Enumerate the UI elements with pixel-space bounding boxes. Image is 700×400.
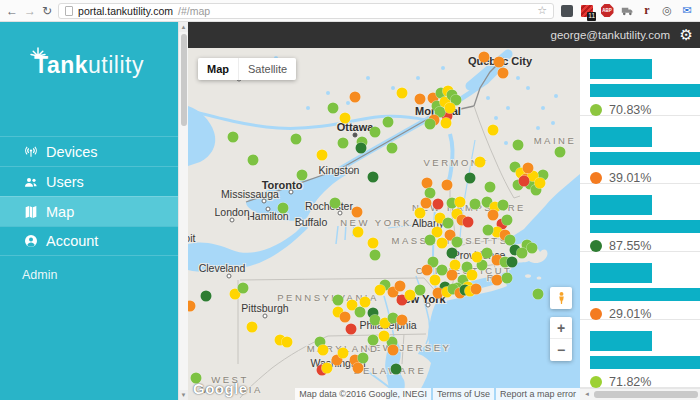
device-dot[interactable] xyxy=(247,322,258,333)
device-dot[interactable] xyxy=(356,143,367,154)
device-dot[interactable] xyxy=(483,225,494,236)
truck-icon[interactable] xyxy=(620,4,634,18)
device-dot[interactable] xyxy=(328,103,339,114)
device-dot[interactable] xyxy=(375,285,386,296)
hscrollbar-thumb[interactable] xyxy=(594,391,698,398)
device-dot[interactable] xyxy=(488,210,499,221)
device-dot[interactable] xyxy=(388,345,399,356)
device-dot[interactable] xyxy=(383,117,394,128)
scroll-down-arrow-icon[interactable]: ▼ xyxy=(179,390,188,400)
gear-icon[interactable]: ⚙ xyxy=(680,22,693,48)
device-dot[interactable] xyxy=(488,125,499,136)
device-dot[interactable] xyxy=(368,335,379,346)
device-dot[interactable] xyxy=(475,157,486,168)
scroll-left-arrow-icon[interactable]: ◄ xyxy=(582,389,592,400)
device-dot[interactable] xyxy=(395,281,406,292)
device-dot[interactable] xyxy=(317,150,328,161)
device-dot[interactable] xyxy=(470,199,481,210)
device-dot[interactable] xyxy=(517,248,528,259)
device-dot[interactable] xyxy=(527,243,538,254)
device-dot[interactable] xyxy=(350,92,361,103)
device-dot[interactable] xyxy=(415,94,426,105)
device-dot[interactable] xyxy=(425,119,436,130)
device-dot[interactable] xyxy=(188,301,196,312)
zoom-out-button[interactable]: − xyxy=(550,339,572,361)
device-dot[interactable] xyxy=(445,103,456,114)
device-dot[interactable] xyxy=(238,283,249,294)
device-list-item[interactable]: 71.82% xyxy=(580,320,700,388)
device-dot[interactable] xyxy=(352,207,363,218)
address-bar[interactable]: portal.tankutility.com/#/map ☆ xyxy=(58,3,554,19)
map-type-satellite-button[interactable]: Satellite xyxy=(238,58,296,80)
device-dot[interactable] xyxy=(479,52,490,63)
mail-icon[interactable]: ✉ xyxy=(680,4,694,18)
device-dot[interactable] xyxy=(370,127,381,138)
horizontal-scrollbar[interactable]: ◄ xyxy=(580,388,700,400)
device-dot[interactable] xyxy=(330,198,341,209)
device-dot[interactable] xyxy=(422,265,433,276)
device-dot[interactable] xyxy=(346,324,357,335)
device-dot[interactable] xyxy=(368,238,379,249)
sidebar-item-devices[interactable]: Devices xyxy=(0,136,178,166)
device-dot[interactable] xyxy=(228,132,239,143)
device-dot[interactable] xyxy=(397,315,408,326)
device-dot[interactable] xyxy=(397,88,408,99)
terms-of-use-link[interactable]: Terms of Use xyxy=(433,388,494,400)
vertical-scrollbar[interactable]: ▲ ▼ xyxy=(178,22,188,400)
sidebar-item-account[interactable]: Account xyxy=(0,226,178,256)
device-dot[interactable] xyxy=(447,270,458,281)
device-dot[interactable] xyxy=(443,218,454,229)
zoom-in-button[interactable]: + xyxy=(550,317,572,339)
google-logo[interactable]: Google xyxy=(193,380,248,397)
target-icon[interactable]: ◎ xyxy=(660,4,674,18)
device-dot[interactable] xyxy=(513,140,524,151)
device-list-item[interactable]: 39.01% xyxy=(580,116,700,184)
device-dot[interactable] xyxy=(248,155,259,166)
device-dot[interactable] xyxy=(340,113,351,124)
device-dot[interactable] xyxy=(519,176,530,187)
sidebar-item-users[interactable]: Users xyxy=(0,166,178,196)
device-dot[interactable] xyxy=(201,291,212,302)
device-dot[interactable] xyxy=(278,203,289,214)
sidebar-item-admin[interactable]: Admin xyxy=(0,262,178,288)
device-dot[interactable] xyxy=(485,182,496,193)
street-view-pegman-button[interactable] xyxy=(550,287,572,309)
device-dot[interactable] xyxy=(282,337,293,348)
device-dot[interactable] xyxy=(452,237,463,248)
device-list-item[interactable]: 70.83% xyxy=(580,48,700,116)
device-dot[interactable] xyxy=(507,257,518,268)
user-email[interactable]: george@tankutility.com xyxy=(551,22,671,48)
device-dot[interactable] xyxy=(494,57,505,68)
device-dot[interactable] xyxy=(533,289,544,300)
device-list-item[interactable]: 29.01% xyxy=(580,252,700,320)
device-dot[interactable] xyxy=(430,275,441,286)
scrollbar-thumb[interactable] xyxy=(181,34,187,126)
scroll-up-arrow-icon[interactable]: ▲ xyxy=(179,22,188,32)
device-dot[interactable] xyxy=(405,290,416,301)
device-dot[interactable] xyxy=(338,138,349,149)
device-dot[interactable] xyxy=(379,331,390,342)
r-extension-icon[interactable]: r xyxy=(640,4,654,18)
device-dot[interactable] xyxy=(447,248,458,259)
device-dot[interactable] xyxy=(353,227,364,238)
extension-badge-icon[interactable]: 11 xyxy=(580,4,594,18)
device-dot[interactable] xyxy=(482,248,493,259)
device-dot[interactable] xyxy=(502,273,513,284)
map-type-map-button[interactable]: Map xyxy=(198,58,238,80)
device-dot[interactable] xyxy=(498,200,509,211)
sidebar-item-map[interactable]: Map xyxy=(0,196,178,226)
adblock-icon[interactable]: ABP xyxy=(600,4,614,18)
device-dot[interactable] xyxy=(425,235,436,246)
forward-icon[interactable]: → xyxy=(24,5,36,17)
device-dot[interactable] xyxy=(498,68,509,79)
device-dot[interactable] xyxy=(502,215,513,226)
back-icon[interactable]: ← xyxy=(6,5,18,17)
device-dot[interactable] xyxy=(338,348,349,359)
device-dot[interactable] xyxy=(471,284,482,295)
device-dot[interactable] xyxy=(355,307,366,318)
device-dot[interactable] xyxy=(340,312,351,323)
map-canvas[interactable]: MAINEVERMONTNEW HAMPSHIREMASSACHUSETTSCO… xyxy=(188,48,580,400)
extension-icon[interactable] xyxy=(560,4,574,18)
reload-icon[interactable]: ↻ xyxy=(42,5,52,17)
device-dot[interactable] xyxy=(368,172,379,183)
